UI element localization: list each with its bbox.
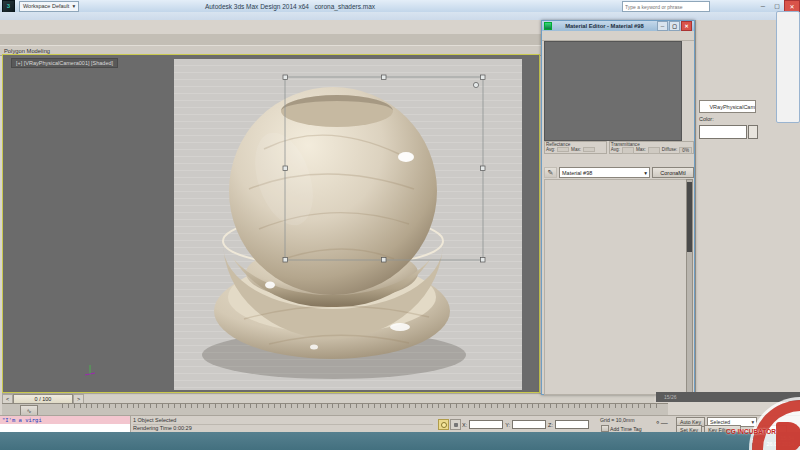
material-sample-slots [544, 41, 682, 141]
track-bar-ticks [62, 404, 658, 408]
selection-lock-icon[interactable] [450, 419, 461, 430]
reflectance-panel: Reflectance Avg: Max: Transmittance Avg:… [544, 141, 694, 154]
transmittance-box: Transmittance Avg: Max: Diffuse:0% [609, 141, 694, 154]
restore-button[interactable]: ▢ [770, 0, 784, 11]
world-axis-tripod [83, 363, 97, 377]
material-editor-menubar [542, 31, 694, 41]
search-box[interactable] [622, 1, 710, 12]
me-close-button[interactable]: ✕ [681, 21, 692, 31]
x-coordinate-field[interactable] [469, 420, 503, 429]
status-bar: "I'm a virgi 1 Object Selected Rendering… [0, 415, 800, 433]
object-color-swatch[interactable] [699, 125, 747, 139]
windows-taskbar [0, 432, 800, 450]
ribbon-tabs [0, 34, 554, 45]
taskbar-clock[interactable]: 15:3426.07.2014 [766, 435, 798, 447]
maxscript-mini-listener[interactable]: "I'm a virgi [0, 416, 131, 433]
reflectance-box: Reflectance Avg: Max: [544, 141, 607, 154]
listener-text: "I'm a virgi [0, 416, 130, 424]
window-controls: ─ ▢ ✕ [756, 0, 800, 11]
key-icon: ⚬― [655, 419, 668, 427]
material-editor-window: Material Editor - Material #98 ─ ▢ ✕ Ref… [541, 20, 695, 395]
material-editor-icon [544, 22, 552, 30]
chevron-down-icon: ▾ [751, 419, 754, 425]
screen: 3 Workspace Default ▾ Autodesk 3ds Max D… [0, 0, 800, 450]
me-minimize-button[interactable]: ─ [657, 21, 668, 31]
viewport-render-region[interactable] [174, 59, 522, 390]
menu-bar [0, 12, 800, 20]
color-label: Color: [699, 116, 714, 122]
time-tag-icon [601, 425, 609, 432]
object-color-picker[interactable] [748, 125, 758, 139]
language-indicator[interactable]: ENG [752, 438, 764, 444]
me-restore-button[interactable]: ▢ [669, 21, 680, 31]
adaptive-degradation-icon[interactable] [438, 419, 449, 430]
search-input[interactable] [623, 4, 709, 10]
screen-recorder-toolbar [776, 11, 800, 123]
y-label: Y: [505, 422, 510, 428]
viewport-label[interactable]: [+] [VRayPhysicalCamera001] [Shaded] [11, 58, 118, 68]
x-label: X: [462, 422, 467, 428]
chevron-down-icon: ▾ [644, 170, 647, 176]
add-time-tag-label[interactable]: Add Time Tag [610, 426, 642, 432]
grid-size-label: Grid = 10,0mm [600, 417, 634, 423]
minimize-button[interactable]: ─ [756, 0, 770, 11]
material-editor-title: Material Editor - Material #98 [554, 23, 655, 29]
material-editor-scrollbar[interactable] [686, 179, 693, 395]
pick-material-eyedropper-icon[interactable]: ✎ [544, 167, 557, 178]
z-coordinate-field[interactable] [555, 420, 589, 429]
y-coordinate-field[interactable] [512, 420, 546, 429]
material-editor-titlebar[interactable]: Material Editor - Material #98 ─ ▢ ✕ [542, 21, 694, 31]
material-name-row: ✎ Material #98 ▾ CoronaMtl [544, 167, 694, 178]
render-progress-overlay: 15/26100 [656, 392, 800, 402]
window-title: Autodesk 3ds Max Design 2014 x64 corona_… [0, 3, 580, 10]
material-type-button[interactable]: CoronaMtl [652, 167, 694, 178]
material-editor-window-controls: ─ ▢ ✕ [657, 21, 692, 31]
z-label: Z: [548, 422, 553, 428]
system-tray: ENG 15:3426.07.2014 [749, 432, 798, 450]
viewport[interactable]: [+] [VRayPhysicalCamera001] [Shaded] [2, 54, 540, 393]
object-name-button[interactable]: VRayPhysicalCam [699, 100, 756, 113]
material-preview-scene [174, 59, 522, 390]
ribbon-strip-label: Polygon Modeling [4, 48, 50, 54]
material-name-dropdown[interactable]: Material #98 ▾ [559, 167, 650, 178]
material-parameters [544, 179, 690, 395]
